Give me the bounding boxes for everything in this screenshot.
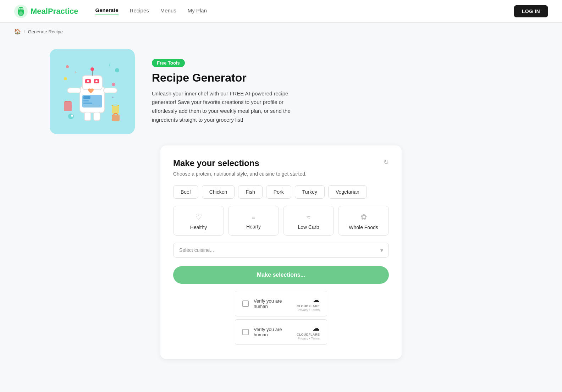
nav-recipes[interactable]: Recipes xyxy=(130,7,149,15)
svg-rect-15 xyxy=(83,96,90,99)
svg-point-6 xyxy=(66,65,69,68)
free-tools-badge: Free Tools xyxy=(152,59,185,67)
cf-brand-text-1: CLOUDFLARE xyxy=(297,304,320,308)
protein-vegetarian[interactable]: Vegetarian xyxy=(328,185,367,199)
protein-fish[interactable]: Fish xyxy=(238,185,262,199)
healthy-label: Healthy xyxy=(190,225,207,230)
cf-checkbox-1[interactable] xyxy=(242,300,249,307)
cuisine-select[interactable]: Select cuisine... Italian Mexican Asian … xyxy=(173,243,389,258)
cloudflare-section: Verify you are human ☁ CLOUDFLARE Privac… xyxy=(173,291,389,345)
wholefoods-icon: ✿ xyxy=(360,212,367,222)
lowcarb-label: Low Carb xyxy=(298,224,319,230)
nav-generate[interactable]: Generate xyxy=(95,7,119,15)
svg-rect-26 xyxy=(104,88,117,93)
svg-rect-29 xyxy=(64,102,72,111)
cf-verify-text-2: Verify you are human xyxy=(254,327,292,337)
refresh-icon[interactable]: ↻ xyxy=(384,158,389,166)
lowcarb-icon: ≈ xyxy=(307,213,310,221)
svg-rect-16 xyxy=(83,100,89,101)
svg-rect-28 xyxy=(94,112,100,121)
svg-point-21 xyxy=(87,80,89,82)
hero-description: Unleash your inner chef with our FREE AI… xyxy=(152,89,301,125)
svg-point-22 xyxy=(95,80,98,82)
cf-links-2[interactable]: Privacy • Terms xyxy=(298,337,320,340)
svg-point-3 xyxy=(19,8,21,10)
svg-text:+: + xyxy=(108,62,111,68)
svg-text:+: + xyxy=(75,70,77,75)
logo[interactable]: MealPractice xyxy=(14,5,78,18)
hearty-icon: ≡ xyxy=(252,214,255,221)
nutrition-lowcarb[interactable]: ≈ Low Carb xyxy=(283,206,334,236)
card-header: Make your selections ↻ xyxy=(173,158,389,168)
cf-verify-text-1: Verify you are human xyxy=(254,298,292,309)
hero-image: + + + xyxy=(50,49,135,134)
nutrition-healthy[interactable]: ♡ Healthy xyxy=(173,206,224,236)
breadcrumb: 🏠 / Generate Recipe xyxy=(0,23,562,40)
healthy-icon: ♡ xyxy=(195,212,202,222)
hearty-label: Hearty xyxy=(246,224,261,230)
svg-rect-25 xyxy=(67,88,81,93)
logo-text: MealPractice xyxy=(31,7,78,16)
svg-rect-17 xyxy=(83,103,92,104)
hero-robot-illustration: + + + xyxy=(57,56,128,127)
cuisine-select-wrap: Select cuisine... Italian Mexican Asian … xyxy=(173,243,389,258)
cloudflare-box-2[interactable]: Verify you are human ☁ CLOUDFLARE Privac… xyxy=(235,319,327,345)
navbar: MealPractice Generate Recipes Menus My P… xyxy=(0,0,562,23)
svg-point-7 xyxy=(115,68,119,72)
svg-rect-27 xyxy=(84,112,91,121)
svg-text:+: + xyxy=(112,95,114,99)
nutrition-hearty[interactable]: ≡ Hearty xyxy=(228,206,279,236)
protein-row: Beef Chicken Fish Pork Turkey Vegetarian xyxy=(173,185,389,199)
svg-point-9 xyxy=(112,83,115,86)
svg-point-4 xyxy=(21,8,23,10)
card-subtitle: Choose a protein, nutritional style, and… xyxy=(173,171,389,177)
cf-links-1[interactable]: Privacy • Terms xyxy=(298,308,320,312)
nav-myplan[interactable]: My Plan xyxy=(188,7,207,15)
cloudflare-box-1[interactable]: Verify you are human ☁ CLOUDFLARE Privac… xyxy=(235,291,327,316)
nutrition-row: ♡ Healthy ≡ Hearty ≈ Low Carb ✿ Whole Fo… xyxy=(173,206,389,236)
hero-title: Recipe Generator xyxy=(152,71,301,84)
cf-logo-1: ☁ CLOUDFLARE Privacy • Terms xyxy=(297,296,320,312)
cf-cloud-icon-2: ☁ xyxy=(313,324,320,332)
card-title: Make your selections xyxy=(173,158,259,168)
svg-rect-31 xyxy=(112,115,120,121)
svg-point-2 xyxy=(18,7,23,12)
svg-rect-8 xyxy=(64,77,67,80)
logo-icon xyxy=(14,5,28,18)
svg-point-32 xyxy=(68,114,74,119)
cf-checkbox-2[interactable] xyxy=(242,329,249,335)
nav-menus[interactable]: Menus xyxy=(160,7,176,15)
login-button[interactable]: LOG IN xyxy=(514,5,548,17)
breadcrumb-home-icon[interactable]: 🏠 xyxy=(14,28,21,35)
svg-point-33 xyxy=(71,115,73,117)
svg-rect-30 xyxy=(112,106,119,114)
breadcrumb-separator: / xyxy=(24,29,25,34)
selections-card: Make your selections ↻ Choose a protein,… xyxy=(160,145,402,359)
svg-point-5 xyxy=(19,11,23,16)
svg-point-24 xyxy=(90,67,94,71)
protein-chicken[interactable]: Chicken xyxy=(202,185,235,199)
cf-cloud-icon: ☁ xyxy=(313,296,320,304)
nav-links: Generate Recipes Menus My Plan xyxy=(95,7,514,15)
submit-button[interactable]: Make selections... xyxy=(173,266,389,284)
hero-content: Free Tools Recipe Generator Unleash your… xyxy=(152,59,301,125)
cf-logo-2: ☁ CLOUDFLARE Privacy • Terms xyxy=(297,324,320,340)
protein-pork[interactable]: Pork xyxy=(266,185,291,199)
hero-section: + + + xyxy=(0,40,562,145)
wholefoods-label: Whole Foods xyxy=(349,225,378,230)
breadcrumb-current: Generate Recipe xyxy=(28,29,63,34)
cf-brand-text-2: CLOUDFLARE xyxy=(297,333,320,336)
protein-beef[interactable]: Beef xyxy=(173,185,198,199)
nutrition-wholefoods[interactable]: ✿ Whole Foods xyxy=(338,206,389,236)
protein-turkey[interactable]: Turkey xyxy=(295,185,325,199)
